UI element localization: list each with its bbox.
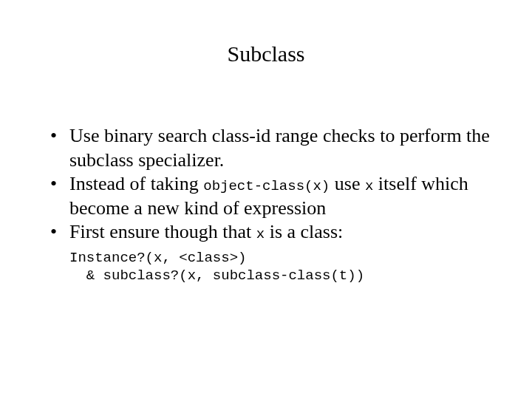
inline-code: object-class(x) [203, 178, 330, 194]
slide-body: Use binary search class-id range checks … [49, 124, 492, 285]
bullet-item: Use binary search class-id range checks … [49, 124, 492, 172]
bullet-text-fragment: is a class: [265, 221, 343, 242]
code-line: & subclass?(x, subclass-class(t)) [69, 267, 364, 284]
bullet-item: First ensure though that x is a class: [49, 220, 492, 245]
bullet-item: Instead of taking object-class(x) use x … [49, 172, 492, 220]
bullet-text-fragment: use [330, 173, 365, 194]
bullet-text-fragment: Instead of taking [69, 173, 203, 194]
inline-code: x [256, 226, 265, 242]
bullet-list: Use binary search class-id range checks … [49, 124, 492, 245]
slide-title: Subclass [0, 41, 532, 66]
code-block: Instance?(x, <class>) & subclass?(x, sub… [69, 249, 492, 285]
slide: Subclass Use binary search class-id rang… [0, 0, 532, 399]
inline-code: x [365, 178, 373, 194]
bullet-text-fragment: First ensure though that [69, 221, 256, 242]
code-line: Instance?(x, <class>) [69, 250, 246, 266]
bullet-text: Use binary search class-id range checks … [69, 125, 490, 171]
